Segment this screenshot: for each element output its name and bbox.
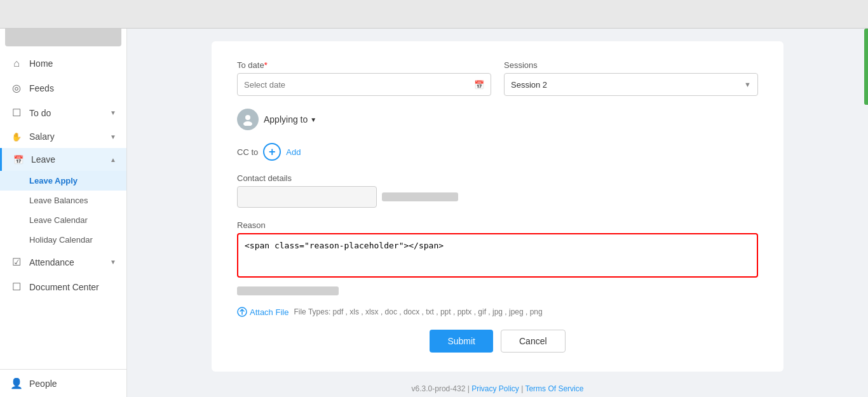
to-date-input-wrapper[interactable]: 📅 <box>237 73 491 96</box>
footer: v6.3.0-prod-432 | Privacy Policy | Terms… <box>140 384 855 397</box>
sidebar-item-salary[interactable]: ✋ Salary ▼ <box>0 125 126 148</box>
sidebar-item-label: To do <box>29 108 51 118</box>
attendance-icon: ☑ <box>10 256 23 268</box>
sidebar-sub-item-holiday-calendar[interactable]: Holiday Calendar <box>0 230 126 250</box>
cc-to-label: CC to <box>237 147 258 157</box>
person-icon <box>241 113 254 126</box>
sidebar-item-label: Leave <box>31 154 55 165</box>
attach-file-row: Attach File File Types: pdf , xls , xlsx… <box>237 307 758 317</box>
version-text: v6.3.0-prod-432 <box>412 384 466 393</box>
home-icon: ⌂ <box>10 58 23 69</box>
chevron-down-icon: ▼ <box>310 116 316 123</box>
people-icon: 👤 <box>10 377 23 389</box>
leave-apply-label: Leave Apply <box>29 176 78 185</box>
chevron-up-icon: ▲ <box>110 156 116 163</box>
main-content: To date* 📅 Sessions Session 2 ▼ <box>127 29 868 397</box>
salary-icon: ✋ <box>10 132 23 142</box>
sessions-value: Session 2 <box>511 80 547 90</box>
form-buttons: Submit Cancel <box>237 330 758 353</box>
sidebar-item-label: Salary <box>29 131 55 142</box>
chevron-down-icon: ▼ <box>744 81 751 88</box>
sessions-select[interactable]: Session 2 ▼ <box>504 73 758 96</box>
avatar <box>237 109 259 130</box>
chevron-down-icon: ▼ <box>110 109 116 116</box>
contact-details-label: Contact details <box>237 173 758 183</box>
sidebar-item-label: Home <box>29 58 53 69</box>
date-sessions-row: To date* 📅 Sessions Session 2 ▼ <box>237 60 758 96</box>
sessions-label: Sessions <box>504 60 758 70</box>
sessions-group: Sessions Session 2 ▼ <box>504 60 758 96</box>
sidebar-sub-item-leave-balances[interactable]: Leave Balances <box>0 191 126 210</box>
to-date-label: To date* <box>237 60 491 70</box>
reason-placeholder-bar <box>237 286 339 295</box>
cc-to-row: CC to + Add <box>237 143 758 161</box>
applying-to-row: Applying to ▼ <box>237 109 758 130</box>
feeds-icon: ◎ <box>10 82 23 94</box>
sidebar-item-people[interactable]: 👤 People <box>0 369 126 397</box>
sidebar-item-document-center[interactable]: ☐ Document Center <box>0 274 126 299</box>
sidebar-sub-item-leave-calendar[interactable]: Leave Calendar <box>0 210 126 230</box>
to-date-input[interactable] <box>244 80 474 90</box>
sidebar-item-feeds[interactable]: ◎ Feeds <box>0 76 126 100</box>
leave-balances-label: Leave Balances <box>29 196 88 205</box>
sidebar-sub-item-leave-apply[interactable]: Leave Apply <box>0 171 126 191</box>
document-icon: ☐ <box>10 281 23 293</box>
add-cc-button[interactable]: + <box>263 143 281 161</box>
green-accent-bar <box>864 29 868 105</box>
contact-details-group: Contact details <box>237 173 758 208</box>
chevron-down-icon: ▼ <box>110 259 116 266</box>
sidebar-item-home[interactable]: ⌂ Home <box>0 51 126 76</box>
calendar-icon[interactable]: 📅 <box>474 80 484 90</box>
reason-label: Reason <box>237 220 758 230</box>
attach-file-types: File Types: pdf , xls , xlsx , doc , doc… <box>294 307 542 316</box>
sidebar-item-attendance[interactable]: ☑ Attendance ▼ <box>0 250 126 274</box>
chevron-down-icon: ▼ <box>110 133 116 140</box>
sidebar-item-label: Attendance <box>29 257 74 267</box>
todo-icon: ☐ <box>10 107 23 119</box>
privacy-policy-link[interactable]: Privacy Policy <box>471 384 519 393</box>
holiday-calendar-label: Holiday Calendar <box>29 235 93 245</box>
svg-point-0 <box>245 115 250 120</box>
cancel-button[interactable]: Cancel <box>501 330 566 353</box>
sidebar-nav: ⌂ Home ◎ Feeds ☐ To do ▼ ✋ Salary ▼ 📅 Le… <box>0 51 126 369</box>
sidebar-item-leave[interactable]: 📅 Leave ▲ <box>0 148 126 171</box>
to-date-group: To date* 📅 <box>237 60 491 96</box>
svg-point-1 <box>243 121 252 126</box>
submit-button[interactable]: Submit <box>430 330 493 353</box>
leave-apply-form: To date* 📅 Sessions Session 2 ▼ <box>212 41 783 372</box>
people-label: People <box>29 379 57 389</box>
reason-group: Reason <span class="reason-placeholder">… <box>237 220 758 299</box>
topbar <box>0 0 868 29</box>
leave-icon: 📅 <box>12 155 25 165</box>
sidebar-item-label: Document Center <box>29 282 99 292</box>
contact-details-input[interactable] <box>237 186 377 208</box>
sidebar-item-label: Feeds <box>29 83 54 93</box>
attach-icon <box>237 307 247 317</box>
applying-to-label[interactable]: Applying to ▼ <box>264 114 316 124</box>
contact-placeholder <box>382 192 458 201</box>
sidebar: ⌂ Home ◎ Feeds ☐ To do ▼ ✋ Salary ▼ 📅 Le… <box>0 0 127 397</box>
attach-file-button[interactable]: Attach File <box>237 307 288 317</box>
sidebar-item-todo[interactable]: ☐ To do ▼ <box>0 100 126 125</box>
terms-of-service-link[interactable]: Terms Of Service <box>525 384 583 393</box>
leave-calendar-label: Leave Calendar <box>29 215 88 225</box>
reason-textarea[interactable]: <span class="reason-placeholder"></span> <box>237 233 758 278</box>
add-cc-label[interactable]: Add <box>286 147 301 157</box>
